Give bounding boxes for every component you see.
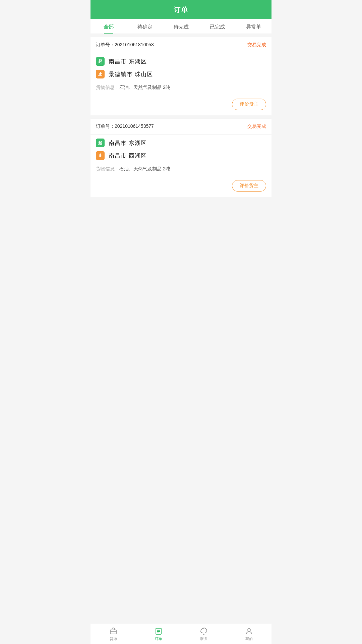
order-header-2: 订单号：202101061453577 交易完成 — [90, 119, 272, 135]
dest-badge-1: 止 — [96, 70, 105, 78]
tab-todo[interactable]: 待完成 — [163, 19, 199, 34]
dest-text-1: 景德镇市 珠山区 — [109, 70, 153, 78]
order-body-2: 起 南昌市 东湖区 止 南昌市 西湖区 货物信息：石油、天然气及制品 2吨 — [90, 135, 272, 177]
tab-pending[interactable]: 待确定 — [127, 19, 163, 34]
order-status-2: 交易完成 — [247, 123, 266, 129]
dest-row-2: 止 南昌市 西湖区 — [96, 151, 266, 160]
order-status-1: 交易完成 — [247, 42, 266, 48]
order-footer-1: 评价货主 — [90, 95, 272, 115]
origin-badge-1: 起 — [96, 57, 105, 66]
header: 订单 — [90, 0, 272, 19]
order-header-1: 订单号：202101061810053 交易完成 — [90, 37, 272, 53]
origin-text-1: 南昌市 东湖区 — [109, 58, 147, 65]
order-footer-2: 评价货主 — [90, 177, 272, 197]
dest-badge-2: 止 — [96, 151, 105, 160]
origin-badge-2: 起 — [96, 139, 105, 147]
page-title: 订单 — [174, 6, 188, 13]
order-body-1: 起 南昌市 东湖区 止 景德镇市 珠山区 货物信息：石油、天然气及制品 2吨 — [90, 53, 272, 95]
tab-abnormal[interactable]: 异常单 — [235, 19, 272, 34]
order-card-2: 订单号：202101061453577 交易完成 起 南昌市 东湖区 止 南昌市… — [90, 119, 272, 197]
dest-row-1: 止 景德镇市 珠山区 — [96, 70, 266, 78]
cargo-info-1: 货物信息：石油、天然气及制品 2吨 — [96, 83, 266, 95]
origin-text-2: 南昌市 东湖区 — [109, 139, 147, 147]
tab-done[interactable]: 已完成 — [199, 19, 235, 34]
dest-text-2: 南昌市 西湖区 — [109, 152, 147, 160]
order-number-1: 订单号：202101061810053 — [96, 42, 154, 48]
order-number-2: 订单号：202101061453577 — [96, 123, 154, 129]
order-card-1: 订单号：202101061810053 交易完成 起 南昌市 东湖区 止 景德镇… — [90, 37, 272, 115]
rate-button-1[interactable]: 评价货主 — [232, 99, 266, 110]
tab-bar: 全部 待确定 待完成 已完成 异常单 — [90, 19, 272, 34]
tab-all[interactable]: 全部 — [90, 19, 127, 34]
origin-row-2: 起 南昌市 东湖区 — [96, 139, 266, 147]
rate-button-2[interactable]: 评价货主 — [232, 180, 266, 192]
origin-row-1: 起 南昌市 东湖区 — [96, 57, 266, 66]
cargo-info-2: 货物信息：石油、天然气及制品 2吨 — [96, 164, 266, 177]
